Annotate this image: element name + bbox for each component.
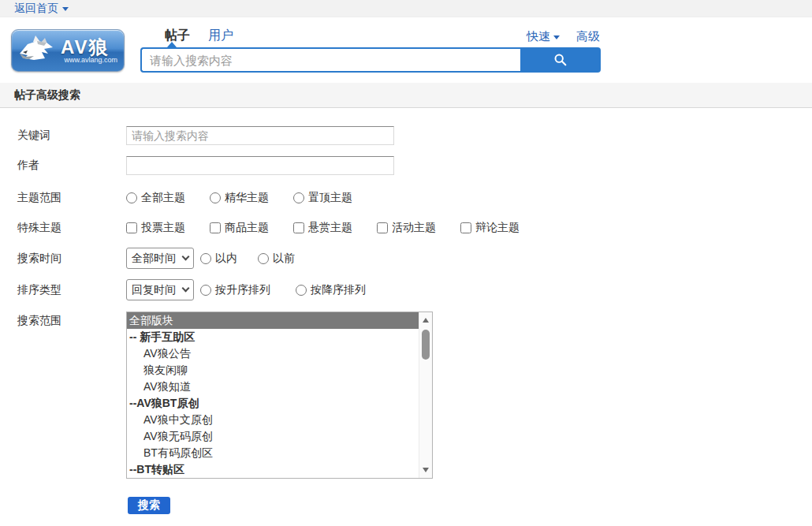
list-item[interactable]: 狼友闲聊 <box>127 362 419 379</box>
checkbox-activity-topic[interactable]: 活动主题 <box>377 221 436 235</box>
keyword-label: 关键词 <box>17 129 126 143</box>
back-home-link[interactable]: 返回首页 <box>14 2 69 16</box>
scroll-up-icon[interactable] <box>423 318 429 323</box>
topic-scope-row: 主题范围 全部主题 精华主题 置顶主题 <box>17 190 812 206</box>
forum-listbox[interactable]: 全部版块 -- 新手互助区 AV狼公告 狼友闲聊 AV狼知道 --AV狼BT原创… <box>126 311 433 479</box>
special-topic-label: 特殊主题 <box>17 221 126 235</box>
search-time-selected-value: 全部时间 <box>132 252 176 266</box>
radio-time-within-input[interactable] <box>200 253 211 264</box>
caret-down-icon <box>553 35 560 39</box>
list-item[interactable]: AV狼公告 <box>127 345 419 362</box>
checkbox-debate-topic-input[interactable] <box>460 222 471 233</box>
checkbox-reward-topic-input[interactable] <box>293 222 304 233</box>
radio-sort-asc-input[interactable] <box>200 285 211 296</box>
search-range-row: 搜索范围 全部版块 -- 新手互助区 AV狼公告 狼友闲聊 AV狼知道 --AV… <box>17 311 812 479</box>
checkbox-reward-topic-label: 悬赏主题 <box>308 221 352 235</box>
keyword-row: 关键词 <box>17 126 812 145</box>
list-item[interactable]: BT有码原创区 <box>127 445 419 461</box>
search-submit-button[interactable]: 搜索 <box>128 497 170 514</box>
main-search-button[interactable] <box>520 47 601 73</box>
radio-time-before-label: 以前 <box>273 252 295 266</box>
list-item[interactable]: 全部版块 <box>127 312 419 329</box>
sort-type-row: 排序类型 回复时间 按升序排列 按降序排列 <box>17 279 812 300</box>
logo-text: AV狼 www.avlang.com <box>61 38 117 64</box>
advanced-search-link[interactable]: 高级 <box>576 29 600 44</box>
advanced-search-form: 关键词 作者 主题范围 全部主题 精华主题 置顶主题 特殊主题 投票主题 商品主… <box>0 126 812 514</box>
page-title: 帖子高级搜索 <box>0 83 812 108</box>
back-home-label: 返回首页 <box>14 2 58 16</box>
radio-time-within-label: 以内 <box>215 252 237 266</box>
submit-row: 搜索 <box>17 497 812 514</box>
search-time-row: 搜索时间 全部时间 以内 以前 <box>17 248 812 269</box>
list-item[interactable]: --AV狼BT原创 <box>127 395 419 412</box>
wolf-logo-icon <box>18 35 58 66</box>
quick-search-link[interactable]: 快速 <box>527 29 560 44</box>
radio-time-before-input[interactable] <box>258 253 269 264</box>
sort-type-selected-value: 回复时间 <box>132 283 176 297</box>
chevron-down-icon <box>182 285 190 293</box>
radio-sort-desc-label: 按降序排列 <box>311 283 366 297</box>
search-range-label: 搜索范围 <box>17 311 126 328</box>
logo-subtitle: www.avlang.com <box>61 56 117 64</box>
author-label: 作者 <box>17 159 126 173</box>
radio-digest-topics[interactable]: 精华主题 <box>210 191 269 205</box>
special-topic-row: 特殊主题 投票主题 商品主题 悬赏主题 活动主题 辩论主题 <box>17 220 812 236</box>
chevron-down-icon <box>182 253 190 261</box>
sort-type-label: 排序类型 <box>17 283 126 297</box>
logo-title: AV狼 <box>61 38 117 57</box>
author-input[interactable] <box>126 156 394 175</box>
sort-type-select[interactable]: 回复时间 <box>126 279 194 300</box>
list-item[interactable]: --BT转贴区 <box>127 461 419 478</box>
list-item[interactable]: -- 新手互助区 <box>127 329 419 345</box>
checkbox-poll-topic-label: 投票主题 <box>141 221 185 235</box>
checkbox-trade-topic[interactable]: 商品主题 <box>210 221 269 235</box>
search-time-select[interactable]: 全部时间 <box>126 248 194 269</box>
scrollbar-thumb[interactable] <box>422 330 430 360</box>
list-item[interactable]: AV狼知道 <box>127 379 419 395</box>
search-icon <box>553 53 568 67</box>
list-item[interactable]: AV狼无码原创 <box>127 428 419 445</box>
caret-down-icon <box>62 7 69 11</box>
main-search-input[interactable] <box>140 47 520 73</box>
checkbox-trade-topic-input[interactable] <box>210 222 221 233</box>
radio-top-topics-label: 置顶主题 <box>308 191 352 205</box>
radio-digest-topics-label: 精华主题 <box>225 191 269 205</box>
radio-time-before[interactable]: 以前 <box>258 252 295 266</box>
active-tab-pointer <box>167 42 177 47</box>
checkbox-activity-topic-input[interactable] <box>377 222 388 233</box>
checkbox-reward-topic[interactable]: 悬赏主题 <box>293 221 352 235</box>
radio-sort-asc-label: 按升序排列 <box>215 283 270 297</box>
topbar: 返回首页 <box>0 0 812 17</box>
radio-sort-asc[interactable]: 按升序排列 <box>200 283 270 297</box>
scroll-down-icon[interactable] <box>423 468 429 472</box>
radio-digest-topics-input[interactable] <box>210 192 221 203</box>
checkbox-debate-topic[interactable]: 辩论主题 <box>460 221 520 235</box>
listbox-scrollbar[interactable] <box>419 312 432 478</box>
list-item[interactable]: AV狼中文原创 <box>127 412 419 428</box>
search-header: AV狼 www.avlang.com 帖子 用户 快速 高级 <box>0 17 812 83</box>
checkbox-trade-topic-label: 商品主题 <box>225 221 269 235</box>
radio-time-within[interactable]: 以内 <box>200 252 237 266</box>
checkbox-poll-topic-input[interactable] <box>126 222 137 233</box>
checkbox-poll-topic[interactable]: 投票主题 <box>126 221 185 235</box>
radio-top-topics-input[interactable] <box>293 192 304 203</box>
checkbox-activity-topic-label: 活动主题 <box>392 221 436 235</box>
topic-scope-label: 主题范围 <box>17 191 126 205</box>
author-row: 作者 <box>17 156 812 175</box>
radio-top-topics[interactable]: 置顶主题 <box>293 191 352 205</box>
radio-all-topics-input[interactable] <box>126 192 137 203</box>
site-logo[interactable]: AV狼 www.avlang.com <box>11 29 125 72</box>
radio-all-topics[interactable]: 全部主题 <box>126 191 185 205</box>
radio-all-topics-label: 全部主题 <box>141 191 185 205</box>
radio-sort-desc[interactable]: 按降序排列 <box>296 283 366 297</box>
tab-users[interactable]: 用户 <box>208 28 233 44</box>
keyword-input[interactable] <box>126 126 394 145</box>
search-time-label: 搜索时间 <box>17 252 126 266</box>
checkbox-debate-topic-label: 辩论主题 <box>475 221 520 235</box>
radio-sort-desc-input[interactable] <box>296 285 307 296</box>
quick-search-label: 快速 <box>527 29 550 44</box>
